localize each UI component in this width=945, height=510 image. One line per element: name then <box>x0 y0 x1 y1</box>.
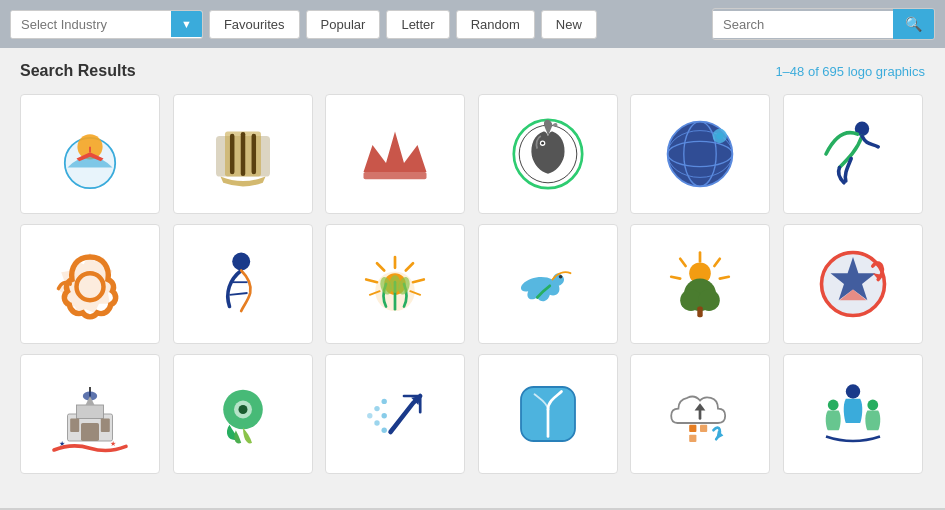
logo-card[interactable] <box>783 224 923 344</box>
svg-rect-47 <box>697 307 702 318</box>
random-button[interactable]: Random <box>456 10 535 39</box>
svg-line-39 <box>680 259 685 266</box>
svg-line-28 <box>366 280 377 283</box>
popular-button[interactable]: Popular <box>306 10 381 39</box>
svg-line-42 <box>720 277 729 279</box>
svg-point-67 <box>382 428 387 433</box>
logo-card[interactable] <box>173 354 313 474</box>
logo-card[interactable] <box>478 94 618 214</box>
svg-line-41 <box>714 259 719 266</box>
svg-text:★: ★ <box>110 439 116 448</box>
svg-line-27 <box>377 263 384 270</box>
svg-point-12 <box>541 142 544 145</box>
toolbar: ▼ Favourites Popular Letter Random New 🔍 <box>0 0 945 48</box>
logo-card[interactable] <box>325 354 465 474</box>
logo-card[interactable] <box>20 94 160 214</box>
svg-line-40 <box>671 277 680 279</box>
industry-select-input[interactable] <box>11 11 171 38</box>
svg-line-29 <box>406 263 413 270</box>
svg-point-37 <box>558 275 562 279</box>
search-button[interactable]: 🔍 <box>893 9 934 39</box>
letter-button[interactable]: Letter <box>386 10 449 39</box>
svg-rect-55 <box>70 419 79 433</box>
svg-rect-53 <box>77 405 104 419</box>
logo-card[interactable] <box>630 224 770 344</box>
svg-point-77 <box>827 400 838 411</box>
results-header: Search Results 1–48 of 695 logo graphics <box>20 62 925 80</box>
svg-point-61 <box>238 405 247 414</box>
logo-card[interactable] <box>630 94 770 214</box>
logo-card[interactable] <box>783 354 923 474</box>
svg-point-22 <box>232 253 250 271</box>
logo-card[interactable] <box>173 94 313 214</box>
svg-point-62 <box>367 413 372 418</box>
svg-line-24 <box>229 293 247 295</box>
svg-rect-73 <box>689 435 696 442</box>
svg-rect-8 <box>364 172 427 179</box>
svg-point-76 <box>845 384 859 398</box>
search-input[interactable] <box>713 11 893 38</box>
logo-card[interactable] <box>20 224 160 344</box>
logo-card[interactable] <box>478 354 618 474</box>
content-area: Search Results 1–48 of 695 logo graphics <box>0 48 945 508</box>
logo-card[interactable] <box>173 224 313 344</box>
svg-point-19 <box>716 132 723 139</box>
logo-card[interactable] <box>783 94 923 214</box>
logo-card[interactable]: ★ ★ <box>20 354 160 474</box>
svg-rect-71 <box>689 425 696 432</box>
svg-marker-74 <box>695 403 706 410</box>
new-button[interactable]: New <box>541 10 597 39</box>
svg-point-78 <box>867 400 878 411</box>
svg-point-64 <box>374 420 379 425</box>
industry-select-wrapper[interactable]: ▼ <box>10 10 203 39</box>
industry-select-arrow[interactable]: ▼ <box>171 11 202 37</box>
logo-card[interactable] <box>325 94 465 214</box>
results-title: Search Results <box>20 62 136 80</box>
results-count: 1–48 of 695 logo graphics <box>775 64 925 79</box>
logo-card[interactable] <box>478 224 618 344</box>
svg-point-66 <box>382 413 387 418</box>
svg-point-63 <box>374 406 379 411</box>
logo-card[interactable] <box>325 224 465 344</box>
svg-rect-54 <box>81 423 99 441</box>
logo-card[interactable] <box>630 354 770 474</box>
svg-line-30 <box>413 280 424 283</box>
search-wrapper: 🔍 <box>712 8 935 40</box>
logo-grid: ★ ★ <box>20 94 925 474</box>
svg-point-65 <box>382 399 387 404</box>
svg-rect-56 <box>101 419 110 433</box>
favourites-button[interactable]: Favourites <box>209 10 300 39</box>
svg-rect-72 <box>700 425 707 432</box>
